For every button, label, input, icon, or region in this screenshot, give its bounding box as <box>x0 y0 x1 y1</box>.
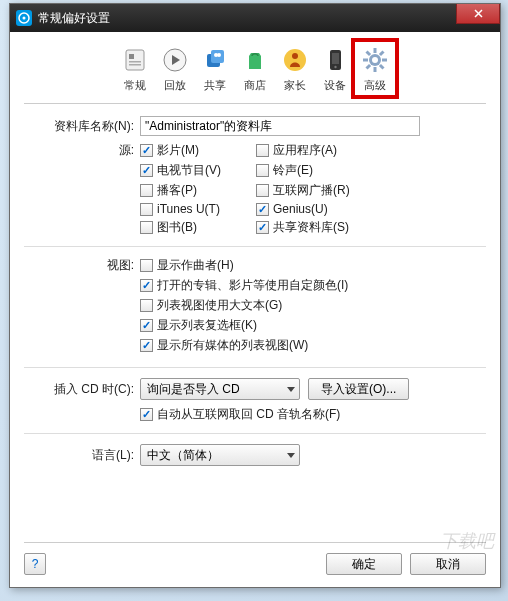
checkbox-icon <box>140 203 153 216</box>
footer: ? 确定 取消 <box>24 542 486 575</box>
tab-playback[interactable]: 回放 <box>155 42 195 95</box>
devices-icon <box>319 44 351 76</box>
checkbox-source-4[interactable]: 播客(P) <box>140 182 250 199</box>
separator <box>24 367 486 368</box>
checkbox-icon <box>140 164 153 177</box>
svg-rect-19 <box>363 59 368 62</box>
close-button[interactable] <box>456 4 500 24</box>
svg-rect-2 <box>126 50 144 70</box>
checkbox-icon <box>256 203 269 216</box>
checkbox-icon <box>140 319 153 332</box>
svg-point-11 <box>284 49 306 71</box>
svg-point-15 <box>334 66 336 68</box>
checkbox-icon <box>140 279 153 292</box>
checkbox-view-0[interactable]: 显示作曲者(H) <box>140 257 486 274</box>
svg-rect-22 <box>365 64 371 70</box>
library-name-input[interactable] <box>140 116 420 136</box>
tab-parental[interactable]: 家长 <box>275 42 315 95</box>
titlebar: 常规偏好设置 <box>10 4 500 32</box>
checkbox-source-3[interactable]: 铃声(E) <box>256 162 366 179</box>
svg-rect-20 <box>382 59 387 62</box>
checkbox-source-7[interactable]: Genius(U) <box>256 202 366 216</box>
tab-advanced[interactable]: 高级 <box>355 42 395 95</box>
checkbox-source-5[interactable]: 互联网广播(R) <box>256 182 366 199</box>
checkbox-source-2[interactable]: 电视节目(V) <box>140 162 250 179</box>
source-label: 源: <box>24 142 140 159</box>
checkbox-icon <box>256 144 269 157</box>
svg-rect-21 <box>379 50 385 56</box>
checkbox-icon <box>140 184 153 197</box>
checkbox-icon <box>140 221 153 234</box>
svg-point-25 <box>372 57 378 63</box>
svg-rect-4 <box>129 61 141 63</box>
svg-rect-3 <box>129 54 134 59</box>
svg-rect-23 <box>365 50 371 56</box>
svg-point-1 <box>23 17 26 20</box>
cd-action-select[interactable]: 询问是否导入 CD <box>140 378 300 400</box>
toolbar: 常规 回放 共享 商店 家长 设备 <box>24 42 486 104</box>
checkbox-source-8[interactable]: 图书(B) <box>140 219 250 236</box>
tab-sharing[interactable]: 共享 <box>195 42 235 95</box>
playback-icon <box>159 44 191 76</box>
language-select[interactable]: 中文（简体） <box>140 444 300 466</box>
window-title: 常规偏好设置 <box>38 10 110 27</box>
help-button[interactable]: ? <box>24 553 46 575</box>
library-name-label: 资料库名称(N): <box>24 118 140 135</box>
checkbox-source-0[interactable]: 影片(M) <box>140 142 250 159</box>
tab-store[interactable]: 商店 <box>235 42 275 95</box>
view-label: 视图: <box>24 257 140 274</box>
sharing-icon <box>199 44 231 76</box>
preferences-window: 常规偏好设置 常规 回放 共享 商店 家长 <box>9 3 501 588</box>
store-icon <box>239 44 271 76</box>
cd-label: 插入 CD 时(C): <box>24 381 140 398</box>
svg-rect-24 <box>379 64 385 70</box>
checkbox-icon <box>140 339 153 352</box>
separator <box>24 433 486 434</box>
checkbox-icon <box>140 299 153 312</box>
svg-rect-8 <box>211 50 224 63</box>
ok-button[interactable]: 确定 <box>326 553 402 575</box>
language-label: 语言(L): <box>24 447 140 464</box>
svg-point-12 <box>292 53 298 59</box>
checkbox-view-1[interactable]: 打开的专辑、影片等使用自定颜色(I) <box>140 277 486 294</box>
svg-rect-18 <box>374 67 377 72</box>
checkbox-source-6[interactable]: iTunes U(T) <box>140 202 250 216</box>
checkbox-icon <box>140 408 153 421</box>
gear-icon <box>359 44 391 76</box>
checkbox-icon <box>256 164 269 177</box>
tab-general[interactable]: 常规 <box>115 42 155 95</box>
tab-devices[interactable]: 设备 <box>315 42 355 95</box>
checkbox-icon <box>140 259 153 272</box>
chevron-down-icon <box>287 387 295 392</box>
checkbox-view-2[interactable]: 列表视图使用大文本(G) <box>140 297 486 314</box>
svg-rect-5 <box>129 64 141 66</box>
app-icon <box>16 10 32 26</box>
parental-icon <box>279 44 311 76</box>
checkbox-icon <box>140 144 153 157</box>
chevron-down-icon <box>287 453 295 458</box>
checkbox-auto-fetch-cd[interactable]: 自动从互联网取回 CD 音轨名称(F) <box>140 406 486 423</box>
svg-point-10 <box>217 53 221 57</box>
checkbox-icon <box>256 184 269 197</box>
separator <box>24 246 486 247</box>
checkbox-icon <box>256 221 269 234</box>
svg-rect-17 <box>374 48 377 53</box>
import-settings-button[interactable]: 导入设置(O)... <box>308 378 409 400</box>
checkbox-source-1[interactable]: 应用程序(A) <box>256 142 366 159</box>
checkbox-view-4[interactable]: 显示所有媒体的列表视图(W) <box>140 337 486 354</box>
cancel-button[interactable]: 取消 <box>410 553 486 575</box>
checkbox-source-9[interactable]: 共享资料库(S) <box>256 219 366 236</box>
svg-rect-14 <box>332 53 339 64</box>
general-icon <box>119 44 151 76</box>
checkbox-view-3[interactable]: 显示列表复选框(K) <box>140 317 486 334</box>
